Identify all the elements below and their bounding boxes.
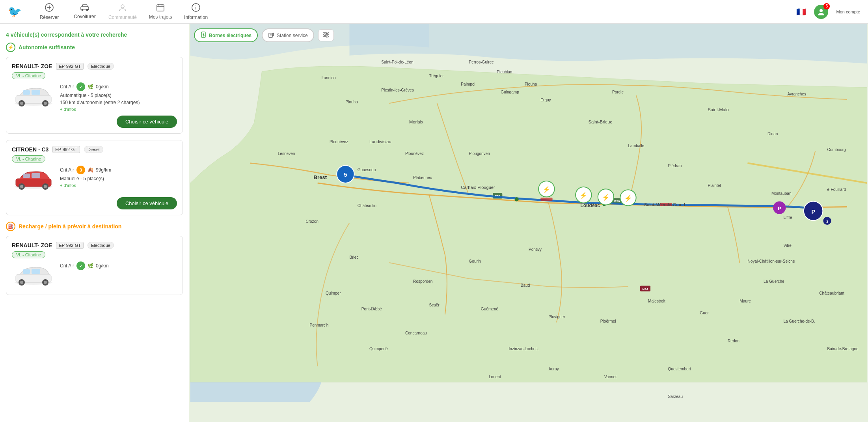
nav-information[interactable]: Information [184, 3, 208, 20]
svg-point-124 [515, 197, 519, 201]
svg-rect-30 [23, 174, 30, 178]
svg-text:⚡: ⚡ [579, 192, 588, 200]
car-image-3 [12, 261, 55, 289]
emission-3: 0g/km [96, 263, 109, 269]
emission-2: 99g/km [96, 167, 111, 173]
svg-text:Malestroit: Malestroit [648, 299, 665, 303]
svg-text:Paimpol: Paimpol [461, 82, 475, 86]
autonomie-row-1: 150 km d'autonomie (entre 2 charges) [60, 100, 177, 105]
map-svg: E50 E50 N24 Brest Landivisiau Morlaix Pl… [189, 24, 868, 422]
svg-text:Brest: Brest [314, 174, 327, 180]
vehicle-fuel-1: Electrique [88, 63, 114, 70]
svg-rect-41 [270, 34, 272, 35]
svg-text:Dinan: Dinan [767, 132, 778, 136]
vehicle-fuel-2: Diesel [84, 146, 103, 153]
svg-text:Rosporden: Rosporden [413, 279, 432, 284]
card-body-1: Crit Air ✓ 🌿 0g/km Automatique - 5 place… [12, 82, 177, 112]
svg-point-47 [326, 36, 328, 38]
svg-point-26 [20, 185, 23, 188]
left-panel: 4 véhicule(s) correspondent à votre rech… [0, 24, 189, 422]
add-icon [45, 3, 54, 14]
svg-text:Châteaubriant: Châteaubriant [819, 291, 844, 295]
svg-text:Lannion: Lannion [322, 76, 336, 80]
more-info-2[interactable]: + d'infos [60, 183, 177, 188]
choose-btn-1[interactable]: Choisir ce véhicule [117, 116, 177, 128]
card-header-1: RENAULT- ZOE EP-992-GT Electrique [12, 63, 177, 70]
svg-text:Auray: Auray [549, 367, 559, 371]
svg-text:Lesneven: Lesneven [278, 151, 295, 156]
nav-communaute[interactable]: Communauté [108, 3, 137, 20]
svg-point-6 [121, 5, 124, 8]
svg-point-5 [86, 9, 88, 11]
navbar: 🐦 Réserver Covoiturer Communauté Mes tra… [0, 0, 868, 24]
card-details-2: Crit Air 3 🍂 99g/km Manuelle - 5 place(s… [60, 166, 177, 188]
svg-text:Tréguier: Tréguier [429, 74, 444, 78]
svg-text:Lamballe: Lamballe [628, 144, 644, 148]
result-count: 4 véhicule(s) correspondent à votre rech… [6, 32, 183, 38]
svg-point-13 [196, 6, 196, 6]
svg-text:Redon: Redon [728, 339, 739, 343]
bornes-electriques-filter[interactable]: Bornes électriques [194, 28, 258, 42]
svg-point-34 [20, 281, 23, 284]
nav-mes-trajets[interactable]: Mes trajets [149, 4, 172, 20]
svg-text:Carhaix-Plouguer: Carhaix-Plouguer [461, 185, 495, 190]
vehicle-plate-3: EP-992-GT [56, 242, 84, 249]
card-header-2: CITROEN - C3 EP-992-GT Diesel [12, 146, 177, 153]
more-info-1[interactable]: + d'infos [60, 107, 177, 112]
card-header-3: RENAULT- ZOE EP-992-GT Electrique [12, 242, 177, 249]
svg-text:Quimperlé: Quimperlé [369, 347, 388, 351]
svg-text:Maure: Maure [739, 299, 751, 303]
svg-rect-29 [32, 173, 40, 178]
svg-text:Guémené: Guémené [481, 307, 499, 311]
crit-air-row-3: Crit Air ✓ 🌿 0g/km [60, 261, 177, 270]
svg-point-28 [44, 185, 47, 188]
crit-air-label-2: Crit Air [60, 167, 74, 173]
svg-text:Penmarc'h: Penmarc'h [310, 323, 329, 327]
nav-right: 🇫🇷 5 Mon compte [796, 5, 860, 19]
vehicle-tag-2: VL - Citadine [12, 155, 45, 162]
svg-text:Plounévez: Plounévez [405, 151, 424, 156]
svg-point-36 [44, 281, 47, 284]
svg-text:Plounévez: Plounévez [330, 140, 348, 144]
calendar-icon [156, 4, 164, 13]
svg-text:Perros-Guirec: Perros-Guirec [469, 60, 494, 64]
svg-text:Inzinzac-Lochrist: Inzinzac-Lochrist [509, 347, 539, 351]
nav-covoiturer-label: Covoiturer [74, 14, 95, 19]
nav-reserver[interactable]: Réserver [37, 3, 61, 20]
vehicle-brand-3: RENAULT- ZOE [12, 242, 52, 248]
svg-text:é-Fouillard: é-Fouillard [827, 187, 846, 192]
svg-text:Plaintel: Plaintel [708, 183, 721, 188]
svg-text:Saint-Brieuc: Saint-Brieuc [589, 120, 613, 124]
crit-air-row-1: Crit Air ✓ 🌿 0g/km [60, 82, 177, 91]
language-flag[interactable]: 🇫🇷 [796, 7, 806, 17]
nav-reserver-label: Réserver [40, 15, 59, 20]
svg-text:Guer: Guer [700, 311, 709, 315]
svg-point-14 [820, 9, 823, 12]
svg-text:Baud: Baud [521, 283, 530, 288]
svg-text:Noyal-Châtillon-sur-Seiche: Noyal-Châtillon-sur-Seiche [748, 259, 795, 263]
svg-text:3: 3 [826, 220, 828, 224]
account-label[interactable]: Mon compte [836, 9, 860, 14]
vehicle-tag-3: VL - Citadine [12, 251, 45, 258]
svg-rect-38 [23, 269, 30, 274]
vehicle-card-3: RENAULT- ZOE EP-992-GT Electrique VL - C… [6, 236, 183, 295]
car-image-1 [12, 82, 55, 110]
svg-text:Plabennec: Plabennec [413, 176, 432, 180]
station-service-filter[interactable]: Station service [262, 28, 314, 42]
leaf-icon-2: 🍂 [88, 167, 93, 173]
nav-communaute-label: Communauté [108, 15, 137, 20]
car-image-2 [12, 166, 55, 193]
svg-text:Quimper: Quimper [326, 291, 341, 295]
logo: 🐦 [8, 5, 22, 18]
nav-covoiturer[interactable]: Covoiturer [73, 4, 97, 19]
choose-btn-2[interactable]: Choisir ce véhicule [117, 197, 177, 209]
svg-text:La Guerche-de-B.: La Guerche-de-B. [783, 319, 815, 323]
station-service-label: Station service [277, 33, 308, 38]
card-body-3: Crit Air ✓ 🌿 0g/km [12, 261, 177, 289]
svg-text:Crozon: Crozon [305, 219, 319, 224]
svg-text:Saint-Pol-de-Léon: Saint-Pol-de-Léon [381, 60, 413, 64]
recharge-icon: ⛽ [6, 222, 15, 231]
filter-options-btn[interactable] [318, 29, 334, 41]
svg-text:Concarneau: Concarneau [405, 331, 427, 335]
bornes-label: Bornes électriques [209, 33, 251, 38]
